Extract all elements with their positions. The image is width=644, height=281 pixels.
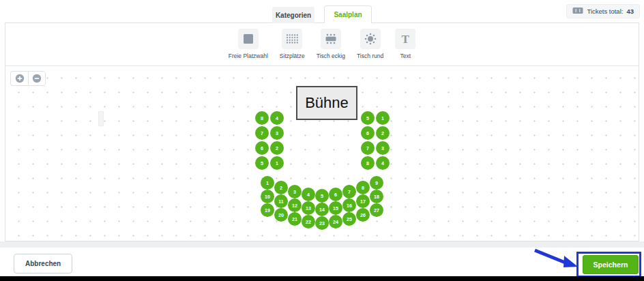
seat[interactable]: 18 bbox=[370, 190, 383, 203]
tab-kategorien[interactable]: Kategorien bbox=[272, 7, 314, 23]
seat[interactable]: 1 bbox=[261, 176, 274, 190]
tickets-total-badge: Tickets total: 43 bbox=[566, 4, 640, 18]
tab-saalplan[interactable]: Saalplan bbox=[324, 5, 372, 23]
seat[interactable]: 4 bbox=[302, 188, 315, 201]
round-table-icon bbox=[364, 33, 377, 45]
zoom-out-button[interactable] bbox=[28, 71, 46, 86]
seat[interactable]: 14 bbox=[315, 203, 329, 216]
bottom-black-bar bbox=[0, 276, 644, 281]
seat[interactable]: 7 bbox=[255, 126, 269, 140]
stage-box[interactable]: Bühne bbox=[296, 86, 357, 120]
seat[interactable]: 7 bbox=[342, 185, 356, 198]
tool-label: Sitzplätze bbox=[280, 53, 305, 59]
text-icon: T bbox=[402, 33, 409, 45]
seat[interactable]: 4 bbox=[376, 156, 390, 170]
seat[interactable]: 9 bbox=[370, 176, 383, 190]
minus-icon bbox=[32, 74, 42, 83]
rect-table-icon bbox=[324, 33, 338, 44]
seat-grid-icon bbox=[286, 33, 299, 44]
text-tool-button[interactable]: TText bbox=[395, 29, 415, 59]
seat[interactable]: 8 bbox=[356, 181, 370, 194]
seat[interactable]: 3 bbox=[376, 141, 390, 155]
seat[interactable]: 20 bbox=[274, 208, 288, 222]
tickets-total-label: Tickets total: bbox=[587, 8, 623, 15]
tisch-eckig-tool-button[interactable]: Tisch eckig bbox=[317, 29, 345, 59]
annotation-arrow bbox=[533, 246, 579, 273]
footer-divider bbox=[0, 241, 644, 248]
seat[interactable]: 1 bbox=[376, 111, 390, 125]
sitzplaetze-tool-button[interactable]: Sitzplätze bbox=[280, 29, 305, 59]
zoom-in-button[interactable] bbox=[10, 71, 28, 86]
ticket-icon bbox=[572, 7, 583, 16]
seat[interactable]: 17 bbox=[356, 194, 370, 208]
zoom-controls bbox=[10, 71, 46, 86]
seat[interactable]: 24 bbox=[329, 215, 342, 228]
tool-label: Freie Platzwahl bbox=[229, 53, 268, 59]
seat[interactable]: 27 bbox=[370, 203, 383, 217]
freie-platzwahl-tool-button[interactable]: Freie Platzwahl bbox=[229, 29, 268, 59]
seat[interactable]: 12 bbox=[288, 198, 302, 212]
save-button[interactable]: Speichern bbox=[583, 255, 639, 274]
faint-selection-artifact bbox=[98, 111, 104, 126]
seat[interactable]: 8 bbox=[361, 156, 375, 170]
seat[interactable]: 3 bbox=[288, 185, 302, 198]
seat[interactable]: 23 bbox=[315, 216, 329, 230]
tool-label: Tisch rund bbox=[357, 53, 383, 59]
seat[interactable]: 13 bbox=[302, 201, 315, 215]
seat[interactable]: 4 bbox=[270, 111, 284, 125]
tool-label: Text bbox=[400, 53, 411, 59]
tool-label: Tisch eckig bbox=[317, 53, 345, 59]
seat[interactable]: 5 bbox=[315, 189, 329, 203]
seat[interactable]: 8 bbox=[255, 111, 269, 125]
seat[interactable]: 1 bbox=[270, 156, 284, 170]
seat[interactable]: 3 bbox=[270, 126, 284, 140]
seat[interactable]: 11 bbox=[274, 194, 288, 208]
seat[interactable]: 16 bbox=[342, 198, 356, 212]
seat[interactable]: 6 bbox=[329, 188, 342, 201]
seat[interactable]: 2 bbox=[270, 141, 284, 155]
seat[interactable]: 10 bbox=[261, 190, 274, 203]
seat[interactable]: 22 bbox=[302, 215, 315, 228]
seat[interactable]: 6 bbox=[255, 141, 269, 155]
seat[interactable]: 21 bbox=[288, 212, 302, 226]
seat[interactable]: 25 bbox=[342, 212, 356, 226]
tisch-rund-tool-button[interactable]: Tisch rund bbox=[357, 29, 383, 59]
saalplan-editor: Kategorien Saalplan Tickets total: 43 Fr… bbox=[0, 0, 644, 281]
plus-icon bbox=[15, 74, 25, 83]
seat[interactable]: 26 bbox=[356, 208, 370, 222]
free-seating-icon bbox=[243, 33, 254, 44]
tickets-total-value: 43 bbox=[626, 8, 634, 15]
toolbar: Freie PlatzwahlSitzplätzeTisch eckigTisc… bbox=[5, 23, 639, 66]
seat[interactable]: 7 bbox=[361, 141, 375, 155]
cancel-button[interactable]: Abbrechen bbox=[14, 254, 72, 273]
seat[interactable]: 19 bbox=[261, 203, 274, 217]
seat[interactable]: 2 bbox=[376, 126, 390, 140]
seat[interactable]: 15 bbox=[329, 201, 342, 215]
seat[interactable]: 5 bbox=[361, 111, 375, 125]
seat[interactable]: 2 bbox=[274, 181, 288, 194]
seat[interactable]: 5 bbox=[255, 156, 269, 170]
canvas[interactable]: Bühne 8473625151627384123456789101112131… bbox=[5, 66, 639, 241]
seat[interactable]: 6 bbox=[361, 126, 375, 140]
